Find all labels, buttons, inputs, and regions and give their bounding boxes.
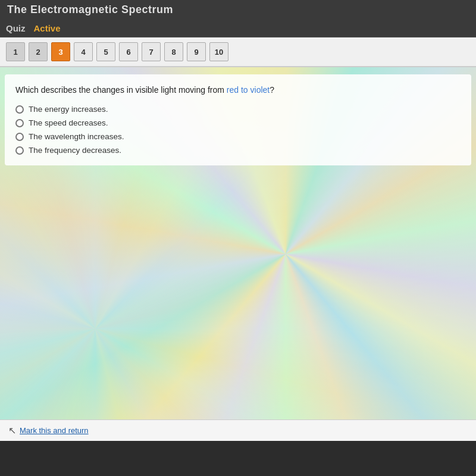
option-label-1: The energy increases. [29,105,108,114]
quiz-content-area: Which describes the changes in visible l… [0,67,476,441]
question-num-btn-4[interactable]: 4 [74,42,93,61]
radio-circle-3 [15,133,24,141]
question-num-btn-7[interactable]: 7 [142,42,161,61]
option-item-4[interactable]: The frequency decreases. [15,146,461,155]
question-num-btn-6[interactable]: 6 [119,42,138,61]
option-label-2: The speed decreases. [29,118,108,127]
question-num-btn-2[interactable]: 2 [29,42,48,61]
question-card: Which describes the changes in visible l… [5,74,471,165]
radio-circle-2 [15,119,24,127]
radio-circle-4 [15,146,24,155]
quiz-label: Quiz [6,23,26,33]
question-text-before: Which describes the changes in visible l… [15,85,227,95]
question-num-btn-5[interactable]: 5 [96,42,115,61]
radio-circle-1 [15,105,24,114]
options-list: The energy increases.The speed decreases… [15,105,461,155]
option-label-3: The wavelength increases. [29,132,124,141]
option-item-2[interactable]: The speed decreases. [15,118,461,127]
bottom-bar: ↖ Mark this and return [0,419,476,441]
question-num-btn-10[interactable]: 10 [209,42,228,61]
question-num-btn-9[interactable]: 9 [187,42,206,61]
quiz-status: Active [34,23,61,33]
title-bar: The Electromagnetic Spectrum [0,0,476,20]
question-num-btn-8[interactable]: 8 [164,42,183,61]
quiz-nav: Quiz Active [0,20,476,37]
question-num-btn-1[interactable]: 1 [6,42,25,61]
question-num-btn-3[interactable]: 3 [51,42,70,61]
question-text-after: ? [270,85,274,95]
option-item-1[interactable]: The energy increases. [15,105,461,114]
mark-return-link[interactable]: Mark this and return [20,426,89,435]
question-highlight: red to violet [227,85,270,95]
option-item-3[interactable]: The wavelength increases. [15,132,461,141]
cursor-icon: ↖ [8,425,16,436]
option-label-4: The frequency decreases. [29,146,121,155]
page-title: The Electromagnetic Spectrum [7,4,173,15]
question-numbers-bar: 12345678910 [0,37,476,67]
question-text: Which describes the changes in visible l… [15,84,461,96]
